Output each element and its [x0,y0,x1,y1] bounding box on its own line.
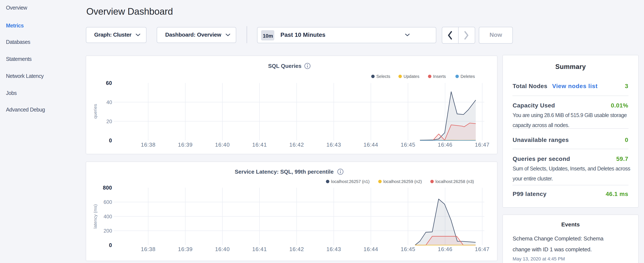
svg-text:16:41: 16:41 [252,246,267,252]
svg-text:16:41: 16:41 [252,141,267,148]
svg-text:16:45: 16:45 [400,141,415,148]
svg-text:16:45: 16:45 [400,246,415,252]
svg-text:16:39: 16:39 [178,246,193,252]
svg-text:600: 600 [104,199,112,205]
svg-text:16:44: 16:44 [364,141,378,148]
svg-text:16:43: 16:43 [326,246,341,252]
svg-text:16:46: 16:46 [438,141,452,148]
svg-text:16:43: 16:43 [326,141,341,148]
svg-text:16:46: 16:46 [438,246,452,252]
svg-text:16:42: 16:42 [289,141,304,148]
svg-text:16:47: 16:47 [475,141,490,148]
svg-text:latency (ms): latency (ms) [93,204,98,228]
svg-text:0: 0 [109,242,112,248]
svg-text:16:47: 16:47 [475,246,490,252]
svg-text:queries: queries [93,104,98,119]
svg-text:200: 200 [104,228,112,234]
svg-text:16:38: 16:38 [141,141,156,148]
svg-text:20: 20 [106,119,112,124]
svg-text:40: 40 [106,99,112,105]
svg-text:16:38: 16:38 [141,246,156,252]
svg-text:16:39: 16:39 [178,141,193,148]
svg-text:800: 800 [103,185,112,191]
svg-text:16:42: 16:42 [289,246,304,252]
svg-text:0: 0 [109,137,112,143]
svg-text:16:44: 16:44 [364,246,378,252]
svg-text:400: 400 [104,214,112,219]
svg-text:60: 60 [106,80,112,86]
svg-text:16:40: 16:40 [215,246,230,252]
svg-text:16:40: 16:40 [215,141,230,148]
